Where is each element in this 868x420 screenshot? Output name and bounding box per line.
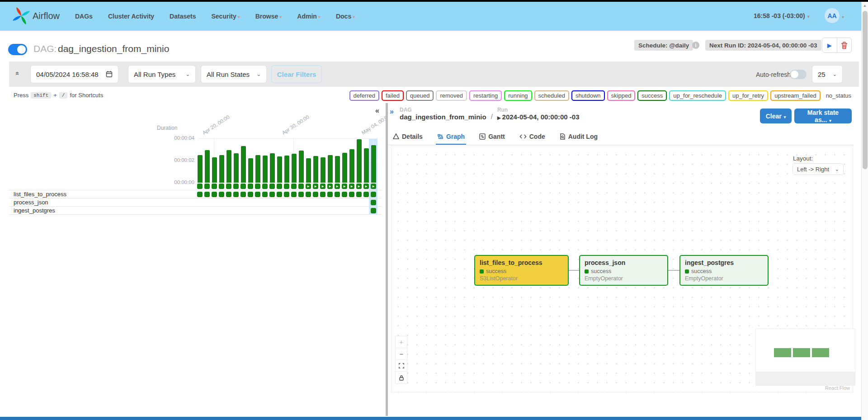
- duration-bar[interactable]: [299, 151, 304, 183]
- dag-run-square[interactable]: [255, 184, 260, 189]
- dag-run-square[interactable]: ▶: [320, 184, 326, 189]
- status-badge-deferred[interactable]: deferred: [349, 90, 379, 101]
- status-badge-scheduled[interactable]: scheduled: [534, 90, 569, 101]
- dag-run-square[interactable]: [269, 184, 275, 189]
- dag-run-square[interactable]: ▶: [306, 184, 311, 189]
- clear-run-button[interactable]: Clear▾: [760, 109, 792, 123]
- status-badge-failed[interactable]: failed: [382, 90, 404, 101]
- tab-details[interactable]: Details: [392, 129, 424, 145]
- dag-run-square[interactable]: ▶: [356, 184, 362, 189]
- dag-run-square[interactable]: [284, 184, 289, 189]
- task-name-process_json[interactable]: process_json: [14, 199, 48, 206]
- collapse-grid-icon[interactable]: «: [375, 107, 379, 115]
- task-instance-square[interactable]: [291, 192, 297, 197]
- task-instance-square[interactable]: [269, 192, 275, 197]
- task-instance-square[interactable]: [219, 192, 224, 197]
- dag-pause-toggle[interactable]: [8, 44, 27, 55]
- dag-run-square[interactable]: [298, 184, 304, 189]
- nav-item-dags[interactable]: DAGs: [75, 13, 93, 20]
- status-badge-restarting[interactable]: restarting: [469, 90, 502, 101]
- task-instance-square[interactable]: [212, 192, 217, 197]
- nav-item-security[interactable]: Security▾: [211, 13, 240, 20]
- zoom-in-button[interactable]: +: [396, 336, 407, 348]
- status-badge-queued[interactable]: queued: [406, 90, 434, 101]
- task-instance-square[interactable]: [371, 192, 376, 197]
- dag-run-square[interactable]: ▶: [342, 184, 347, 189]
- duration-bar[interactable]: [357, 139, 362, 183]
- task-instance-square[interactable]: [371, 200, 376, 205]
- scroll-up-icon[interactable]: ▲: [863, 4, 867, 8]
- dag-run-square[interactable]: ▶: [327, 184, 333, 189]
- expand-panel-icon[interactable]: »: [390, 108, 394, 116]
- auto-refresh-toggle[interactable]: [790, 70, 807, 79]
- dag-run-square[interactable]: [291, 184, 297, 189]
- duration-bar[interactable]: [205, 150, 210, 183]
- status-badge-success[interactable]: success: [637, 90, 667, 101]
- duration-bar[interactable]: [219, 155, 224, 183]
- task-instance-square[interactable]: [233, 192, 239, 197]
- task-instance-square[interactable]: [262, 192, 268, 197]
- duration-bar[interactable]: [234, 153, 239, 183]
- nav-item-admin[interactable]: Admin▾: [297, 13, 321, 20]
- graph-canvas[interactable]: Layout: Left -> Right ⌄ + −: [391, 146, 853, 392]
- task-instance-square[interactable]: [241, 192, 246, 197]
- run-states-select[interactable]: All Run States ⌄: [201, 65, 267, 83]
- clear-filters-button[interactable]: Clear Filters: [271, 65, 322, 83]
- task-instance-square[interactable]: [335, 192, 340, 197]
- dag-run-square[interactable]: [277, 184, 282, 189]
- zoom-out-button[interactable]: −: [396, 348, 407, 360]
- mark-state-button[interactable]: Mark state as...▾: [794, 109, 852, 123]
- graph-node-process_json[interactable]: process_jsonsuccessEmptyOperator: [579, 255, 668, 286]
- collapse-filters-icon[interactable]: «: [14, 71, 22, 75]
- fit-view-button[interactable]: [396, 360, 407, 372]
- status-badge-skipped[interactable]: skipped: [607, 90, 636, 101]
- dag-crumb-value[interactable]: dag_ingestion_from_minio: [400, 113, 486, 121]
- graph-node-ingest_postgres[interactable]: ingest_postgressuccessEmptyOperator: [679, 255, 769, 286]
- task-instance-square[interactable]: [306, 192, 311, 197]
- duration-bar[interactable]: [313, 156, 318, 183]
- delete-dag-button[interactable]: [837, 38, 852, 52]
- status-badge-up_for_reschedule[interactable]: up_for_reschedule: [669, 90, 726, 101]
- react-flow-attribution[interactable]: React Flow: [825, 385, 850, 391]
- scrollbar-thumb[interactable]: [863, 11, 868, 169]
- task-instance-square[interactable]: [197, 192, 203, 197]
- tab-code[interactable]: Code: [518, 129, 547, 145]
- task-instance-square[interactable]: [204, 192, 210, 197]
- nav-item-cluster-activity[interactable]: Cluster Activity: [108, 13, 154, 20]
- info-icon[interactable]: i: [692, 42, 699, 49]
- task-name-ingest_postgres[interactable]: ingest_postgres: [14, 207, 55, 214]
- duration-bar[interactable]: [306, 158, 311, 183]
- dag-run-square[interactable]: ▶: [371, 184, 376, 189]
- dag-run-square[interactable]: [197, 184, 203, 189]
- dag-run-square[interactable]: [262, 184, 268, 189]
- duration-bar[interactable]: [292, 154, 297, 183]
- dag-run-square[interactable]: [241, 184, 246, 189]
- brand-text[interactable]: Airflow: [33, 11, 60, 21]
- page-size-select[interactable]: 25 ⌄: [812, 65, 843, 83]
- duration-bar[interactable]: [321, 157, 326, 183]
- clock-menu[interactable]: 16:58 -03 (-03:00)▾: [754, 12, 810, 19]
- dag-run-square[interactable]: [204, 184, 210, 189]
- task-instance-square[interactable]: [327, 192, 333, 197]
- duration-bar[interactable]: [212, 157, 217, 183]
- nav-item-datasets[interactable]: Datasets: [170, 13, 196, 20]
- dag-run-square[interactable]: [248, 184, 253, 189]
- dag-run-square[interactable]: ▶: [335, 184, 340, 189]
- duration-bar[interactable]: [349, 149, 354, 183]
- dag-run-square[interactable]: ▶: [363, 184, 369, 189]
- duration-bar[interactable]: [342, 153, 347, 183]
- trigger-dag-button[interactable]: ▶: [822, 38, 837, 52]
- status-badge-removed[interactable]: removed: [436, 90, 467, 101]
- nav-item-docs[interactable]: Docs▾: [336, 13, 355, 20]
- status-badge-shutdown[interactable]: shutdown: [571, 90, 605, 101]
- duration-bar[interactable]: [226, 150, 231, 183]
- task-instance-square[interactable]: [349, 192, 354, 197]
- graph-node-list_files_to_process[interactable]: list_files_to_processsuccessS3ListOperat…: [474, 255, 569, 286]
- lock-interactivity-button[interactable]: [396, 372, 407, 383]
- duration-bar[interactable]: [263, 156, 268, 183]
- task-instance-square[interactable]: [342, 192, 347, 197]
- duration-bar[interactable]: [248, 158, 253, 183]
- dag-run-square[interactable]: ▶: [349, 184, 354, 189]
- task-instance-square[interactable]: [255, 192, 260, 197]
- minimap[interactable]: [755, 329, 855, 386]
